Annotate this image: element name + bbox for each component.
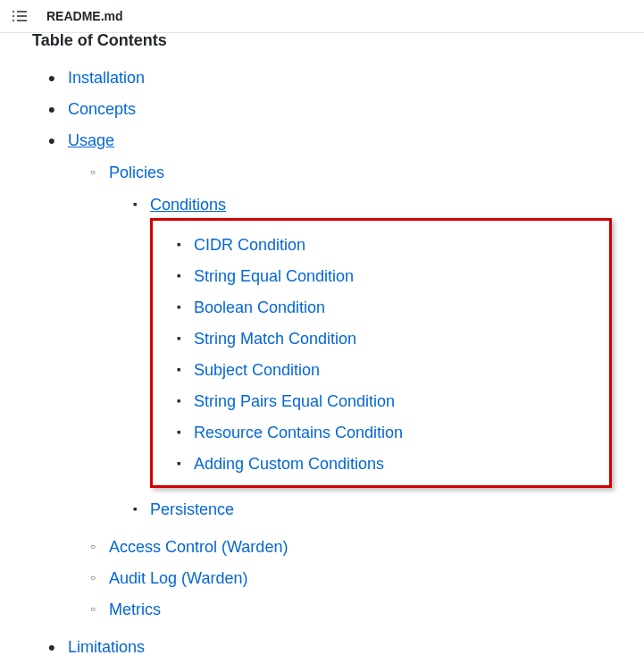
svg-rect-3 bbox=[17, 15, 27, 17]
toc-link-string-match-condition[interactable]: String Match Condition bbox=[194, 330, 356, 348]
toc-link-persistence[interactable]: Persistence bbox=[150, 500, 234, 518]
toc-link-resource-contains-condition[interactable]: Resource Contains Condition bbox=[194, 424, 403, 441]
list-item: Concepts bbox=[54, 94, 612, 125]
list-item: Subject Condition bbox=[180, 355, 604, 386]
toc-link-string-equal-condition[interactable]: String Equal Condition bbox=[194, 267, 354, 285]
toc-link-adding-custom-conditions[interactable]: Adding Custom Conditions bbox=[194, 455, 384, 473]
list-item: Adding Custom Conditions bbox=[180, 449, 604, 480]
toc-link-conditions[interactable]: Conditions bbox=[150, 196, 226, 214]
list-item: String Equal Condition bbox=[180, 261, 604, 292]
toc-link-audit-log[interactable]: Audit Log (Warden) bbox=[109, 569, 247, 587]
list-item: Audit Log (Warden) bbox=[95, 563, 612, 594]
list-item: Boolean Condition bbox=[180, 292, 604, 323]
list-item: Metrics bbox=[95, 594, 612, 626]
svg-rect-1 bbox=[17, 11, 27, 13]
toc-link-installation[interactable]: Installation bbox=[68, 69, 145, 87]
list-item: Installation bbox=[54, 63, 612, 94]
list-item: Policies Conditions CIDR Condition bbox=[95, 157, 612, 532]
svg-rect-0 bbox=[13, 11, 14, 13]
toc-title: Table of Contents bbox=[32, 31, 612, 50]
list-item: Conditions CIDR Condition String Equal C… bbox=[136, 189, 612, 494]
filename: README.md bbox=[46, 9, 123, 23]
toc-sublist: Conditions CIDR Condition String Equal C… bbox=[109, 189, 612, 525]
svg-rect-2 bbox=[13, 15, 14, 17]
toc-link-cidr-condition[interactable]: CIDR Condition bbox=[194, 236, 305, 254]
list-item: Usage Policies Conditions CIDR Condition bbox=[54, 125, 612, 632]
list-item: Resource Contains Condition bbox=[180, 417, 604, 449]
file-header: README.md bbox=[0, 0, 644, 33]
list-item: Limitations bbox=[54, 632, 612, 663]
list-item: Persistence bbox=[136, 494, 612, 525]
toc-link-boolean-condition[interactable]: Boolean Condition bbox=[194, 298, 325, 316]
svg-rect-4 bbox=[13, 20, 14, 21]
list-item: String Pairs Equal Condition bbox=[180, 386, 604, 417]
toc-link-string-pairs-equal-condition[interactable]: String Pairs Equal Condition bbox=[194, 392, 395, 410]
highlight-box: CIDR Condition String Equal Condition Bo… bbox=[150, 218, 612, 488]
toc-link-usage[interactable]: Usage bbox=[68, 131, 114, 149]
list-item: CIDR Condition bbox=[180, 230, 604, 261]
toc-list: Installation Concepts Usage Policies Con… bbox=[32, 63, 612, 663]
toc-sublist: CIDR Condition String Equal Condition Bo… bbox=[153, 230, 604, 480]
content-area: Table of Contents Installation Concepts … bbox=[0, 33, 644, 663]
list-item: String Match Condition bbox=[180, 323, 604, 355]
toc-link-limitations[interactable]: Limitations bbox=[68, 638, 145, 656]
toc-link-concepts[interactable]: Concepts bbox=[68, 100, 136, 118]
toc-sublist: Policies Conditions CIDR Condition bbox=[68, 157, 612, 626]
toc-link-subject-condition[interactable]: Subject Condition bbox=[194, 361, 320, 379]
svg-rect-5 bbox=[17, 20, 27, 21]
toc-link-metrics[interactable]: Metrics bbox=[109, 601, 161, 618]
list-icon[interactable] bbox=[13, 9, 27, 23]
list-item: Access Control (Warden) bbox=[95, 532, 612, 563]
toc-link-policies[interactable]: Policies bbox=[109, 164, 164, 181]
toc-link-access-control[interactable]: Access Control (Warden) bbox=[109, 538, 288, 556]
